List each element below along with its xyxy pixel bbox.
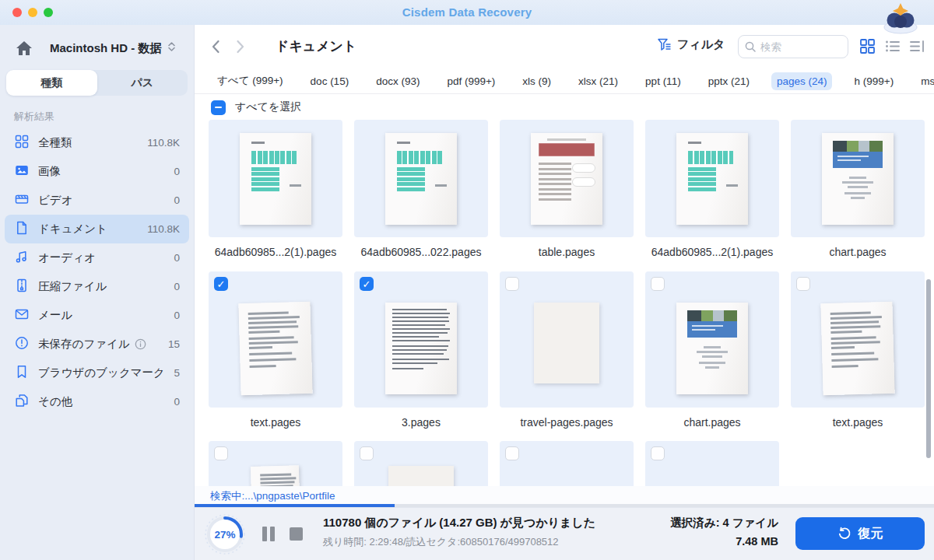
file-tile[interactable]: [500, 441, 634, 486]
file-tile[interactable]: [354, 120, 488, 237]
sidebar-tab[interactable]: 種類: [6, 70, 97, 96]
filetype-tab[interactable]: pptx (21): [703, 72, 755, 90]
file-tile[interactable]: [209, 441, 342, 486]
file-checkbox[interactable]: [505, 277, 519, 291]
file-cell: [500, 441, 634, 486]
sidebar-item-video[interactable]: ビデオ0: [5, 186, 189, 215]
sidebar-item-archive[interactable]: 圧縮ファイル0: [5, 272, 189, 301]
file-cell: chart.pages: [791, 120, 925, 258]
forward-button[interactable]: [232, 39, 248, 54]
assistant-mascot-icon[interactable]: [881, 2, 920, 34]
image-icon: [15, 163, 29, 180]
select-all-label: すべてを選択: [235, 100, 301, 114]
file-cell: 64adb60985...022.pages: [354, 120, 488, 258]
file-checkbox[interactable]: [651, 277, 665, 291]
item-count: 0: [174, 396, 180, 408]
pause-button[interactable]: [262, 527, 275, 541]
filetype-tab[interactable]: msg (798): [915, 72, 934, 90]
footer-bar: 27% 110780 個のファイル (14.27 GB) が見つかりました 残り…: [195, 507, 934, 560]
sidebar: Macintosh HD - 数据 種類パス 解析結果 全種類110.8K画像0…: [0, 25, 195, 560]
file-cell: ✓3.pages: [354, 271, 488, 429]
back-button[interactable]: [209, 39, 224, 54]
file-cell: 64adb60985...2(1).pages: [209, 120, 342, 258]
file-grid: 64adb60985...2(1).pages64adb60985...022.…: [195, 118, 934, 486]
file-tile[interactable]: [354, 441, 488, 486]
file-checkbox[interactable]: [360, 446, 374, 460]
selected-size-text: 7.48 MB: [670, 535, 778, 548]
file-tile[interactable]: [645, 120, 779, 237]
file-checkbox[interactable]: [796, 277, 810, 291]
filetype-tabs: すべて (999+)doc (15)docx (93)pdf (999+)xls…: [195, 68, 934, 94]
filetype-tab[interactable]: doc (15): [305, 72, 355, 90]
recover-label: 復元: [859, 526, 883, 542]
file-checkbox[interactable]: [214, 446, 228, 460]
sidebar-item-bookmark[interactable]: ブラウザのブックマーク5: [5, 359, 189, 387]
file-tile[interactable]: [500, 271, 634, 408]
file-tile[interactable]: [645, 271, 779, 408]
recover-button[interactable]: 復元: [795, 517, 925, 550]
app-title: Cisdem Data Recovery: [0, 5, 934, 19]
file-name: 64adb60985...022.pages: [354, 246, 488, 258]
file-cell: travel-pages.pages: [500, 271, 634, 429]
file-name: 64adb60985...2(1).pages: [645, 246, 779, 258]
search-input[interactable]: [760, 41, 841, 53]
file-cell: [209, 441, 342, 486]
sidebar-item-grid[interactable]: 全種類110.8K: [5, 128, 189, 157]
detail-view-icon[interactable]: [909, 38, 925, 54]
file-tile[interactable]: [500, 120, 634, 237]
other-icon: [15, 394, 29, 411]
stop-button[interactable]: [290, 527, 303, 541]
scrollbar-thumb[interactable]: [926, 279, 931, 458]
sidebar-tab[interactable]: パス: [97, 70, 188, 96]
grid-view-icon[interactable]: [859, 38, 876, 54]
filetype-tab[interactable]: h (999+): [848, 72, 899, 90]
file-cell: chart.pages: [645, 271, 779, 429]
file-name: text.pages: [209, 416, 342, 429]
filetype-tab[interactable]: すべて (999+): [212, 71, 289, 91]
sidebar-item-document[interactable]: ドキュメント110.8K: [5, 215, 189, 243]
select-all-checkbox[interactable]: [211, 100, 226, 115]
filetype-tab[interactable]: xlsx (21): [573, 72, 623, 90]
filetype-tab[interactable]: xls (9): [517, 72, 557, 90]
file-tile[interactable]: [209, 120, 342, 237]
filetype-tab[interactable]: pdf (999+): [441, 72, 500, 90]
sidebar-item-other[interactable]: その他0: [5, 387, 189, 416]
drive-selector[interactable]: Macintosh HD - 数据: [0, 31, 194, 65]
file-checkbox[interactable]: [505, 446, 519, 460]
file-cell: [354, 441, 488, 486]
sidebar-item-audio[interactable]: オーディオ0: [5, 243, 189, 272]
file-cell: text.pages: [791, 271, 925, 429]
drive-chevron-icon: [167, 41, 176, 55]
file-checkbox[interactable]: [651, 446, 665, 460]
file-tile[interactable]: ✓: [354, 271, 488, 408]
file-name: 3.pages: [354, 416, 488, 429]
page-title: ドキュメント: [276, 37, 356, 55]
filetype-tab[interactable]: ppt (11): [640, 72, 686, 90]
filter-button[interactable]: フィルタ: [657, 37, 725, 52]
select-all-row: すべてを選択: [195, 96, 934, 118]
sidebar-item-image[interactable]: 画像0: [5, 157, 189, 186]
main-panel: ドキュメント フィルタ: [195, 25, 934, 560]
sidebar-item-unsaved[interactable]: 未保存のファイル15: [5, 330, 189, 359]
file-cell: ✓text.pages: [209, 271, 342, 429]
filetype-tab[interactable]: docx (93): [370, 72, 425, 90]
grid-icon: [15, 135, 29, 152]
file-checkbox[interactable]: ✓: [214, 277, 228, 291]
item-count: 0: [174, 310, 180, 321]
sidebar-tabs: 種類パス: [6, 70, 188, 96]
home-icon: [16, 40, 33, 56]
filetype-tab[interactable]: pages (24): [771, 72, 833, 90]
sidebar-item-mail[interactable]: メール0: [5, 301, 189, 330]
file-tile[interactable]: ✓: [209, 271, 342, 408]
file-tile[interactable]: [791, 120, 925, 237]
file-checkbox[interactable]: ✓: [360, 277, 374, 291]
item-count: 110.8K: [147, 223, 180, 235]
file-tile[interactable]: [791, 271, 925, 408]
mail-icon: [15, 307, 29, 324]
file-name: travel-pages.pages: [500, 416, 634, 429]
scan-status-row: 検索中:...\pngpaste\Portfile: [195, 486, 934, 507]
file-tile[interactable]: [645, 441, 779, 486]
list-view-icon[interactable]: [884, 38, 901, 54]
bookmark-icon: [15, 365, 29, 382]
drive-label: Macintosh HD - 数据: [50, 41, 161, 56]
